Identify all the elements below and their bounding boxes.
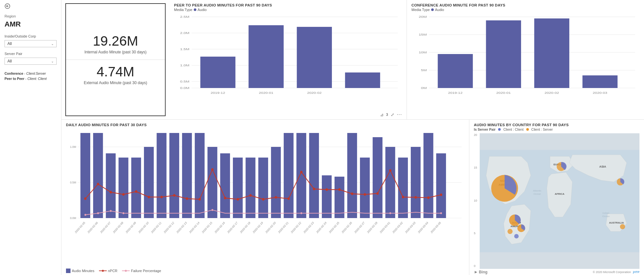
p2p-bar-3: [297, 27, 332, 88]
is-server-pair-label: Is Server Pair Client : Client Client : …: [474, 127, 639, 131]
svg-text:2020-02-12: 2020-02-12: [163, 221, 175, 234]
svg-text:Indian: Indian: [603, 212, 610, 214]
svg-text:2020-02-11: 2020-02-11: [150, 221, 162, 234]
chevron-down-icon: ⌄: [51, 42, 54, 46]
filter-count: 3: [386, 113, 388, 116]
inside-outside-dropdown[interactable]: All ⌄: [5, 40, 57, 47]
svg-point-70: [135, 190, 137, 193]
svg-point-77: [224, 197, 226, 199]
svg-rect-52: [271, 147, 281, 218]
svg-text:2020-03-03: 2020-03-03: [405, 221, 416, 234]
svg-rect-60: [373, 137, 382, 218]
conf-media-value: Audio: [435, 8, 444, 12]
svg-point-66: [84, 197, 86, 200]
p2p-bar-chart: 2.5M 2.0M 1.5M 1.0M 0.5M 0.0M 2019-12 20…: [174, 14, 402, 98]
p2p-chart-area: 2.5M 2.0M 1.5M 1.0M 0.5M 0.0M 2019-12 20…: [174, 14, 402, 111]
svg-text:2020-02-18: 2020-02-18: [239, 221, 251, 234]
svg-rect-56: [322, 175, 332, 218]
svg-point-82: [288, 197, 290, 200]
conf-bar-3: [534, 18, 569, 88]
svg-point-93: [427, 196, 430, 199]
filter-icon[interactable]: ⊿: [380, 112, 384, 117]
svg-rect-57: [334, 177, 344, 218]
jhtp-link[interactable]: jHTP: [633, 270, 639, 274]
svg-text:2020-01: 2020-01: [259, 91, 273, 94]
sidebar-note: Conference - Client:Server Peer to Peer …: [5, 71, 57, 82]
svg-point-81: [275, 196, 277, 199]
svg-rect-65: [436, 153, 446, 218]
legend-bar-icon: [66, 269, 71, 273]
svg-point-78: [237, 198, 239, 201]
svg-text:1.0M: 1.0M: [70, 145, 76, 149]
svg-point-75: [199, 198, 201, 201]
svg-rect-40: [118, 158, 128, 218]
external-audio-value: 4.74M: [97, 65, 135, 79]
svg-text:AFRICA: AFRICA: [555, 192, 564, 195]
note-p2p: Peer to Peer: [5, 77, 24, 81]
svg-rect-42: [144, 147, 154, 218]
p2p-bar-1: [200, 57, 235, 88]
svg-text:Ocean: Ocean: [602, 215, 610, 218]
daily-chart-title: DAILY AUDIO MINUTES FOR PAST 30 DAYS: [66, 123, 464, 127]
copyright-text: © 2020 Microsoft Corporation: [593, 270, 631, 274]
svg-rect-64: [423, 133, 433, 218]
svg-rect-63: [411, 147, 420, 218]
server-pair-dropdown[interactable]: All ⌄: [5, 58, 57, 65]
more-icon[interactable]: ···: [397, 112, 402, 117]
svg-text:2020-02-14: 2020-02-14: [189, 221, 200, 234]
map-y-axis: 20 15 10 5 0: [474, 132, 480, 269]
sidebar: Region AMR Inside/Outside Corp All ⌄ Ser…: [0, 0, 61, 275]
svg-text:1.5M: 1.5M: [180, 48, 190, 51]
map-container: Atlantic Ocean Indian Ocean NORTH AMERIC…: [480, 133, 639, 269]
conf-bar-4: [583, 75, 617, 88]
svg-text:2020-02-10: 2020-02-10: [138, 221, 149, 234]
svg-point-73: [173, 194, 175, 197]
svg-point-154: [620, 224, 625, 229]
svg-text:ASIA: ASIA: [599, 165, 606, 168]
svg-text:0.5M: 0.5M: [70, 181, 76, 184]
svg-point-150: [508, 229, 513, 234]
svg-point-83: [300, 171, 302, 173]
svg-text:2020-03-04: 2020-03-04: [417, 221, 429, 234]
p2p-bar-2: [248, 25, 283, 88]
svg-rect-45: [182, 133, 192, 218]
back-button[interactable]: [5, 3, 57, 9]
svg-point-151: [514, 234, 519, 238]
legend-failure-label: Failure Percentage: [131, 269, 161, 273]
legend-failure-icon: [122, 269, 130, 273]
svg-rect-62: [398, 158, 408, 218]
conference-chart-panel: CONFERENCE AUDIO MINUTE FOR PAST 90 DAYS…: [407, 0, 644, 119]
svg-text:2020-02-17: 2020-02-17: [227, 221, 238, 234]
dashboard-container: Region AMR Inside/Outside Corp All ⌄ Ser…: [0, 0, 644, 275]
svg-point-87: [351, 192, 353, 195]
svg-point-92: [415, 196, 417, 199]
svg-rect-54: [296, 133, 306, 218]
svg-text:2020-02-25: 2020-02-25: [328, 221, 340, 234]
p2p-chart-panel: PEER TO PEER AUDIO MINUTES FOR PAST 90 D…: [169, 0, 407, 119]
client-server-dot: [526, 128, 529, 131]
svg-text:2020-02-16: 2020-02-16: [214, 221, 226, 234]
conf-media-type: Media Type Audio: [411, 8, 639, 12]
svg-rect-53: [284, 133, 293, 218]
svg-text:2020-02-23: 2020-02-23: [303, 221, 315, 234]
svg-text:2020-03-02: 2020-03-02: [392, 221, 404, 234]
svg-text:2020-02-19: 2020-02-19: [252, 221, 264, 234]
svg-text:AUSTRALIA: AUSTRALIA: [609, 221, 624, 224]
svg-rect-61: [385, 147, 395, 218]
internal-audio-label: Internal Audio Minute (past 30 days): [84, 50, 147, 54]
svg-rect-46: [195, 133, 204, 218]
metric-card: 19.26M Internal Audio Minute (past 30 da…: [65, 3, 166, 116]
svg-text:2020-02-27: 2020-02-27: [354, 221, 366, 234]
svg-point-96: [97, 212, 99, 214]
svg-text:2020-03-01: 2020-03-01: [379, 221, 391, 234]
svg-text:2020-02-26: 2020-02-26: [341, 221, 353, 234]
expand-icon[interactable]: ⤢: [391, 112, 394, 117]
svg-rect-41: [131, 158, 141, 218]
daily-bar-chart: 1.0M 0.5M 0.0M: [66, 127, 464, 237]
svg-point-98: [123, 212, 124, 214]
svg-point-74: [186, 197, 188, 200]
inside-outside-value: All: [7, 41, 12, 46]
svg-point-97: [110, 210, 112, 212]
svg-text:2020-02-20: 2020-02-20: [265, 221, 277, 234]
svg-text:2020-02-15: 2020-02-15: [201, 221, 213, 234]
